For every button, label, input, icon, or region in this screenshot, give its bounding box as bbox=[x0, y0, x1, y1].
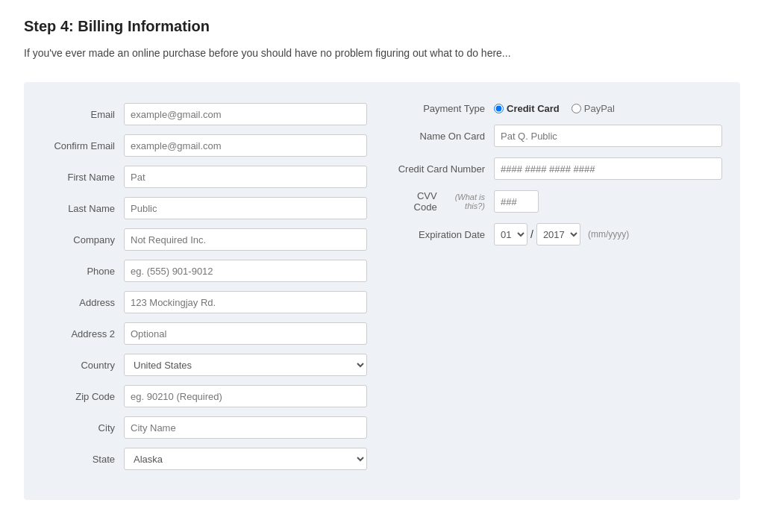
phone-label: Phone bbox=[42, 266, 124, 277]
confirm-email-input[interactable] bbox=[124, 134, 367, 157]
cvv-label-wrap: CVV Code (What is this?) bbox=[397, 190, 494, 213]
credit-card-radio[interactable] bbox=[494, 104, 504, 113]
first-name-label: First Name bbox=[42, 172, 124, 183]
country-select[interactable]: United States Canada United Kingdom bbox=[124, 354, 367, 376]
address-row: Address bbox=[42, 291, 367, 313]
state-select[interactable]: Alaska Alabama Arizona California Colora… bbox=[124, 448, 367, 470]
paypal-option[interactable]: PayPal bbox=[572, 103, 615, 114]
cvv-label: CVV Code bbox=[397, 190, 437, 213]
company-row: Company bbox=[42, 228, 367, 251]
left-column: Email Confirm Email First Name Last Name… bbox=[42, 103, 367, 479]
country-label: Country bbox=[42, 360, 124, 371]
expiry-separator: / bbox=[530, 228, 533, 240]
city-row: City bbox=[42, 416, 367, 439]
address-input[interactable] bbox=[124, 291, 367, 313]
state-row: State Alaska Alabama Arizona California … bbox=[42, 448, 367, 470]
credit-card-number-label: Credit Card Number bbox=[397, 163, 494, 175]
expiry-selects: 01020304 05060708 09101112 / 20172018201… bbox=[494, 223, 629, 245]
zip-row: Zip Code bbox=[42, 385, 367, 407]
expiry-month-select[interactable]: 01020304 05060708 09101112 bbox=[494, 223, 527, 245]
phone-row: Phone bbox=[42, 260, 367, 282]
first-name-row: First Name bbox=[42, 166, 367, 188]
state-label: State bbox=[42, 454, 124, 465]
credit-card-number-input[interactable] bbox=[494, 157, 722, 180]
email-input[interactable] bbox=[124, 103, 367, 125]
page-title: Step 4: Billing Information bbox=[24, 18, 740, 35]
billing-form-container: Email Confirm Email First Name Last Name… bbox=[24, 82, 740, 500]
name-on-card-input[interactable] bbox=[494, 125, 722, 147]
last-name-row: Last Name bbox=[42, 197, 367, 219]
confirm-email-label: Confirm Email bbox=[42, 140, 124, 151]
last-name-input[interactable] bbox=[124, 197, 367, 219]
right-column: Payment Type Credit Card PayPal Name On … bbox=[397, 103, 722, 479]
address2-row: Address 2 bbox=[42, 322, 367, 345]
confirm-email-row: Confirm Email bbox=[42, 134, 367, 157]
city-input[interactable] bbox=[124, 416, 367, 439]
cvv-row: CVV Code (What is this?) bbox=[397, 190, 722, 213]
payment-options: Credit Card PayPal bbox=[494, 103, 615, 114]
paypal-label: PayPal bbox=[584, 103, 615, 114]
credit-card-option[interactable]: Credit Card bbox=[494, 103, 560, 114]
name-on-card-label: Name On Card bbox=[397, 131, 494, 142]
first-name-input[interactable] bbox=[124, 166, 367, 188]
phone-input[interactable] bbox=[124, 260, 367, 282]
email-row: Email bbox=[42, 103, 367, 125]
last-name-label: Last Name bbox=[42, 203, 124, 214]
company-label: Company bbox=[42, 234, 124, 245]
payment-type-row: Payment Type Credit Card PayPal bbox=[397, 103, 722, 114]
expiry-row: Expiration Date 01020304 05060708 091011… bbox=[397, 223, 722, 245]
payment-type-label: Payment Type bbox=[397, 103, 494, 114]
address2-label: Address 2 bbox=[42, 328, 124, 339]
credit-card-number-row: Credit Card Number bbox=[397, 157, 722, 180]
city-label: City bbox=[42, 422, 124, 434]
cvv-input[interactable] bbox=[494, 190, 539, 213]
expiry-year-select[interactable]: 2017201820192020 2021202220232024 2025 bbox=[536, 223, 580, 245]
country-row: Country United States Canada United King… bbox=[42, 354, 367, 376]
intro-text: If you've ever made an online purchase b… bbox=[24, 46, 740, 61]
email-label: Email bbox=[42, 109, 124, 120]
expiry-hint: (mm/yyyy) bbox=[588, 229, 629, 240]
expiry-label: Expiration Date bbox=[397, 229, 494, 240]
paypal-radio[interactable] bbox=[572, 104, 581, 113]
address-label: Address bbox=[42, 297, 124, 308]
company-input[interactable] bbox=[124, 228, 367, 251]
name-on-card-row: Name On Card bbox=[397, 125, 722, 147]
cvv-what: (What is this?) bbox=[439, 193, 485, 210]
zip-input[interactable] bbox=[124, 385, 367, 407]
address2-input[interactable] bbox=[124, 322, 367, 345]
credit-card-label: Credit Card bbox=[507, 103, 560, 114]
zip-label: Zip Code bbox=[42, 391, 124, 402]
